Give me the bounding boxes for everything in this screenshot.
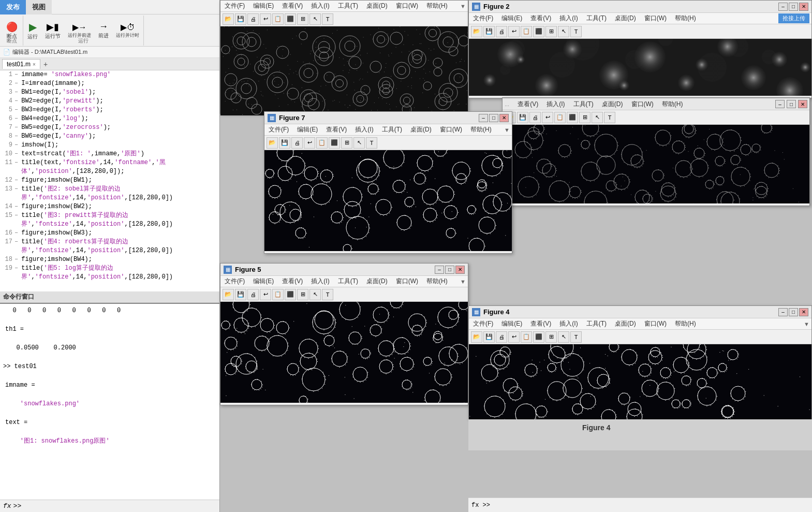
fig4-maximize-btn[interactable]: □ [789, 308, 798, 316]
fig7-menu-window[interactable]: 窗口(W) [438, 125, 464, 134]
fig1-menu-desktop[interactable]: 桌面(D) [364, 2, 390, 10]
fig3-text-btn[interactable]: T [604, 112, 615, 123]
fig1-menu-window[interactable]: 窗口(W) [394, 2, 420, 10]
fig7-open-btn[interactable]: 📂 [267, 137, 278, 149]
fig5-paste-btn[interactable]: ⬛ [285, 289, 296, 300]
fig7-copy-btn[interactable]: 📋 [316, 137, 328, 149]
fig1-copy-btn[interactable]: 📋 [272, 13, 284, 25]
fig5-open-btn[interactable]: 📂 [223, 289, 234, 300]
fig7-save-btn[interactable]: 💾 [279, 137, 290, 149]
fig1-menu-view[interactable]: 查看(V) [280, 2, 305, 10]
fig5-menu-window[interactable]: 窗口(W) [394, 277, 420, 286]
fig2-grid-btn[interactable]: ⊞ [545, 26, 557, 37]
fig4-text-btn[interactable]: T [570, 331, 582, 343]
fig2-undo-btn[interactable]: ↩ [508, 26, 520, 37]
fig1-cursor-btn[interactable]: ↖ [309, 13, 321, 25]
fig2-menu-file[interactable]: 文件(F) [471, 14, 495, 23]
fig1-print-btn[interactable]: 🖨 [247, 13, 259, 25]
fig2-save-btn[interactable]: 💾 [483, 26, 495, 37]
fig3-close-btn[interactable]: ✕ [798, 100, 807, 108]
fig1-menu-file[interactable]: 文件(F) [223, 2, 247, 10]
fig7-text-btn[interactable]: T [366, 137, 377, 149]
code-editor[interactable]: 1 – imname= 'snowflakes.png' 2 – I=imrea… [0, 70, 219, 291]
fig4-menu-edit[interactable]: 编辑(E) [499, 319, 524, 328]
fig3-menu-desktop[interactable]: 桌面(D) [600, 100, 625, 109]
fig7-menu-file[interactable]: 文件(F) [267, 125, 291, 134]
fig4-minimize-btn[interactable]: – [778, 308, 788, 316]
fig2-close-btn[interactable]: ✕ [799, 3, 808, 11]
fig7-close-btn[interactable]: ✕ [499, 114, 509, 122]
fig5-minimize-btn[interactable]: – [435, 266, 444, 274]
fig4-paste-btn[interactable]: ⬛ [533, 331, 544, 343]
fig2-menu-tools[interactable]: 工具(T) [584, 14, 609, 23]
fig3-save-btn[interactable]: 💾 [517, 112, 528, 123]
fig4-cursor-btn[interactable]: ↖ [558, 331, 569, 343]
fig2-minimize-btn[interactable]: – [778, 3, 788, 11]
fig2-menu-view[interactable]: 查看(V) [528, 14, 553, 23]
fig3-cursor-btn[interactable]: ↖ [592, 112, 603, 123]
fig4-menu-view[interactable]: 查看(V) [528, 319, 553, 328]
fig7-menu-help[interactable]: 帮助(H) [468, 125, 494, 134]
fig5-menu-help[interactable]: 帮助(H) [424, 277, 450, 286]
fig3-menu-insert[interactable]: 插入(I) [544, 100, 567, 109]
fig2-menu-desktop[interactable]: 桌面(D) [613, 14, 638, 23]
fig5-copy-btn[interactable]: 📋 [272, 289, 284, 300]
fig2-menu-edit[interactable]: 编辑(E) [499, 14, 524, 23]
fig1-open-btn[interactable]: 📂 [223, 13, 234, 25]
fig1-save-btn[interactable]: 💾 [235, 13, 246, 25]
fig2-maximize-btn[interactable]: □ [789, 3, 798, 11]
fig1-menu-insert[interactable]: 插入(I) [309, 2, 331, 10]
fig2-menu-insert[interactable]: 插入(I) [557, 14, 580, 23]
fig5-text-btn[interactable]: T [322, 289, 333, 300]
fig1-menu-edit[interactable]: 编辑(E) [251, 2, 276, 10]
fig1-paste-btn[interactable]: ⬛ [285, 13, 296, 25]
fig5-menu-desktop[interactable]: 桌面(D) [364, 277, 390, 286]
close-tab-icon[interactable]: × [33, 62, 36, 67]
fig7-maximize-btn[interactable]: □ [489, 114, 498, 122]
fig4-menu-insert[interactable]: 插入(I) [557, 319, 580, 328]
fig4-grid-btn[interactable]: ⊞ [545, 331, 557, 343]
fig2-menu-help[interactable]: 帮助(H) [673, 14, 698, 23]
fig3-menu-window[interactable]: 窗口(W) [629, 100, 656, 109]
file-tab-test01[interactable]: test01.m × [2, 59, 40, 69]
fig3-copy-btn[interactable]: 📋 [554, 112, 566, 123]
fig5-cursor-btn[interactable]: ↖ [309, 289, 321, 300]
fig4-copy-btn[interactable]: 📋 [521, 331, 532, 343]
fig4-menu-tools[interactable]: 工具(T) [584, 319, 609, 328]
fig7-minimize-btn[interactable]: – [479, 114, 488, 122]
fig5-grid-btn[interactable]: ⊞ [297, 289, 308, 300]
fig7-print-btn[interactable]: 🖨 [291, 137, 303, 149]
fig3-undo-btn[interactable]: ↩ [542, 112, 553, 123]
fig5-close-btn[interactable]: ✕ [455, 266, 465, 274]
fig2-paste-btn[interactable]: ⬛ [533, 26, 544, 37]
fig4-menu-desktop[interactable]: 桌面(D) [613, 319, 638, 328]
fig3-maximize-btn[interactable]: □ [787, 100, 796, 108]
fig7-menu-edit[interactable]: 编辑(E) [295, 125, 320, 134]
fig5-menu-file[interactable]: 文件(F) [223, 277, 247, 286]
fig7-menu-view[interactable]: 查看(V) [324, 125, 349, 134]
command-window[interactable]: 0 0 0 0 0 0 0 0 th1 = 0.0500 0.2000 >> t… [0, 303, 219, 500]
fig2-print-btn[interactable]: 🖨 [496, 26, 507, 37]
fig1-menu-tools[interactable]: 工具(T) [336, 2, 360, 10]
fig7-paste-btn[interactable]: ⬛ [329, 137, 340, 149]
fig5-menu-tools[interactable]: 工具(T) [336, 277, 360, 286]
fig4-menu-window[interactable]: 窗口(W) [642, 319, 669, 328]
fig3-paste-btn[interactable]: ⬛ [567, 112, 578, 123]
fig7-menu-insert[interactable]: 插入(I) [353, 125, 375, 134]
fig1-grid-btn[interactable]: ⊞ [297, 13, 308, 25]
fig1-menu-help[interactable]: 帮助(H) [424, 2, 450, 10]
fig5-save-btn[interactable]: 💾 [235, 289, 246, 300]
fig2-menu-window[interactable]: 窗口(W) [642, 14, 669, 23]
fig4-menu-help[interactable]: 帮助(H) [673, 319, 698, 328]
fig3-menu-help[interactable]: 帮助(H) [660, 100, 685, 109]
fig4-close-btn[interactable]: ✕ [799, 308, 808, 316]
fig7-menu-desktop[interactable]: 桌面(D) [408, 125, 434, 134]
fig3-grid-btn[interactable]: ⊞ [579, 112, 590, 123]
tab-publish[interactable]: 发布 [0, 0, 26, 14]
tab-view[interactable]: 视图 [26, 0, 52, 14]
fig5-menu-insert[interactable]: 插入(I) [309, 277, 331, 286]
fig2-copy-btn[interactable]: 📋 [521, 26, 532, 37]
fig5-maximize-btn[interactable]: □ [445, 266, 454, 274]
fig5-print-btn[interactable]: 🖨 [247, 289, 259, 300]
fig7-grid-btn[interactable]: ⊞ [341, 137, 352, 149]
